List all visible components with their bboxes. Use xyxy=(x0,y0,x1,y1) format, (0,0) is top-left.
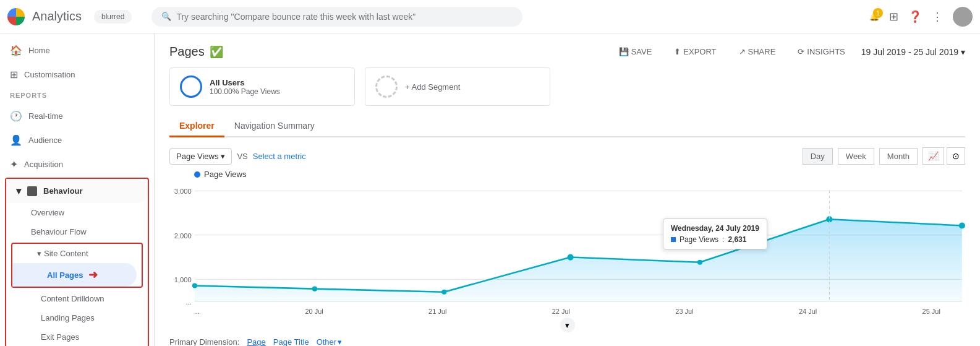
reports-section-label: REPORTS xyxy=(0,87,154,104)
sidebar-item-customisation[interactable]: ⊞ Customisation xyxy=(0,63,149,87)
search-icon: 🔍 xyxy=(161,12,171,21)
chart-legend: Page Views xyxy=(169,170,965,179)
chart-tooltip: Wednesday, 24 July 2019 Page Views: 2,63… xyxy=(663,218,767,249)
sidebar-item-audience[interactable]: 👤 Audience xyxy=(0,128,149,152)
chevron-down-icon: ▾ xyxy=(37,249,41,258)
x-axis-labels: ... 20 Jul 21 Jul 22 Jul 23 Jul 24 Jul 2… xyxy=(169,308,965,315)
insights-icon: ⟳ xyxy=(798,47,804,56)
customisation-icon: ⊞ xyxy=(10,69,18,80)
tab-explorer[interactable]: Explorer xyxy=(169,116,224,137)
all-pages-label: All Pages xyxy=(47,270,83,280)
svg-text:...: ... xyxy=(185,298,191,306)
header-actions: 💾 SAVE ⬆ EXPORT ↗ SHARE ⟳ INSIGHTS 19 Ju… xyxy=(613,43,965,60)
notification-icon[interactable]: 🔔 1 xyxy=(869,12,879,21)
export-button[interactable]: ⬆ EXPORT xyxy=(668,43,722,60)
dim-page-link[interactable]: Page xyxy=(247,337,265,346)
add-segment-card[interactable]: + Add Segment xyxy=(365,67,550,106)
sidebar-audience-label: Audience xyxy=(28,136,62,145)
data-point-3 xyxy=(568,254,574,260)
sidebar-sub-all-pages[interactable]: All Pages ➜ xyxy=(12,263,137,287)
tab-navigation-summary[interactable]: Navigation Summary xyxy=(224,116,325,137)
more-options-icon[interactable]: ⋮ xyxy=(932,10,943,24)
sidebar-item-realtime[interactable]: 🕐 Real-time xyxy=(0,104,149,128)
share-button[interactable]: ↗ SHARE xyxy=(733,43,782,60)
help-icon[interactable]: ❓ xyxy=(908,10,922,24)
audience-icon: 👤 xyxy=(10,134,22,146)
svg-text:3,000: 3,000 xyxy=(174,188,192,195)
legend-dot xyxy=(194,171,200,178)
apps-icon[interactable]: ⊞ xyxy=(889,10,898,24)
dimension-bar: Primary Dimension: Page Page Title Other… xyxy=(169,337,965,346)
sidebar-sub-content-drilldown[interactable]: Content Drilldown xyxy=(6,289,148,308)
date-range-picker[interactable]: 19 Jul 2019 - 25 Jul 2019 ▾ xyxy=(861,47,965,57)
metric-dropdown-button[interactable]: Page Views ▾ xyxy=(169,148,232,165)
sidebar-sub-overview[interactable]: Overview xyxy=(6,203,148,222)
sidebar-sub-site-content[interactable]: ▾ Site Content xyxy=(12,244,142,263)
behaviour-icon: ▾ xyxy=(16,185,21,197)
topbar: Analytics blurred 🔍 🔔 1 ⊞ ❓ ⋮ xyxy=(0,0,980,33)
time-button-month[interactable]: Month xyxy=(879,148,918,165)
select-metric-link[interactable]: Select a metric xyxy=(253,152,306,161)
legend-label: Page Views xyxy=(204,170,246,179)
other-chevron-icon: ▾ xyxy=(338,337,342,346)
x-label-1: 20 Jul xyxy=(305,308,323,315)
sidebar: 🏠 Home ⊞ Customisation REPORTS 🕐 Real-ti… xyxy=(0,33,155,346)
sidebar-item-behaviour[interactable]: ▾ Behaviour xyxy=(6,179,148,203)
date-dropdown-icon: ▾ xyxy=(961,47,965,57)
sidebar-home-label: Home xyxy=(28,46,50,55)
sidebar-sub-landing-pages[interactable]: Landing Pages xyxy=(6,308,148,327)
search-input[interactable] xyxy=(176,12,513,22)
main-content: Pages ✅ 💾 SAVE ⬆ EXPORT ↗ SHARE ⟳ xyxy=(155,33,980,346)
time-button-day[interactable]: Day xyxy=(803,148,833,165)
data-point-0 xyxy=(192,283,197,288)
app-title: Analytics xyxy=(32,9,82,24)
data-point-6 xyxy=(959,222,965,228)
time-button-week[interactable]: Week xyxy=(838,148,874,165)
landing-pages-label: Landing Pages xyxy=(41,313,95,322)
arrow-right-indicator: ➜ xyxy=(88,268,98,282)
insights-button[interactable]: ⟳ INSIGHTS xyxy=(791,43,851,60)
google-logo-icon xyxy=(7,8,25,25)
data-point-1 xyxy=(312,287,317,292)
sidebar-item-home[interactable]: 🏠 Home xyxy=(0,38,149,63)
sidebar-behaviour-label: Behaviour xyxy=(43,186,83,196)
tooltip-row: Page Views: 2,631 xyxy=(671,235,759,244)
layout: 🏠 Home ⊞ Customisation REPORTS 🕐 Real-ti… xyxy=(0,33,980,346)
motion-chart-button[interactable]: ⊙ xyxy=(947,147,965,165)
segment-name: All Users xyxy=(210,78,280,87)
x-label-6: 25 Jul xyxy=(922,308,940,315)
tooltip-value: 2,631 xyxy=(728,235,746,244)
sidebar-sub-behaviour-flow[interactable]: Behaviour Flow xyxy=(6,222,148,241)
tooltip-dot xyxy=(671,237,676,242)
topbar-actions: 🔔 1 ⊞ ❓ ⋮ xyxy=(869,7,973,27)
dim-other-dropdown[interactable]: Other ▾ xyxy=(317,337,343,346)
page-title: Pages xyxy=(169,45,205,59)
notification-badge: 1 xyxy=(873,8,883,18)
segment-card-all-users: All Users 100.00% Page Views xyxy=(169,67,355,106)
sidebar-sub-exit-pages[interactable]: Exit Pages xyxy=(6,327,148,346)
chart-type-buttons: 📈 ⊙ xyxy=(922,147,965,165)
behaviour-flow-label: Behaviour Flow xyxy=(31,227,87,236)
dim-page-title-link[interactable]: Page Title xyxy=(273,337,309,346)
sidebar-item-acquisition[interactable]: ✦ Acquisition xyxy=(0,152,149,176)
avatar[interactable] xyxy=(953,7,973,27)
primary-dimension-label: Primary Dimension: xyxy=(169,337,239,346)
add-segment-button[interactable]: + Add Segment xyxy=(405,82,460,92)
x-label-3: 22 Jul xyxy=(552,308,570,315)
exit-pages-label: Exit Pages xyxy=(41,332,79,342)
chart-expand-button[interactable]: ▾ xyxy=(560,318,575,332)
chart-area: Page Views 3,000 2,000 1,000 ... xyxy=(169,170,965,332)
line-chart-button[interactable]: 📈 xyxy=(922,147,944,165)
add-segment-circle xyxy=(375,76,398,98)
data-point-4 xyxy=(697,260,702,265)
acquisition-icon: ✦ xyxy=(10,158,18,170)
save-button[interactable]: 💾 SAVE xyxy=(613,43,658,60)
metric-chevron-icon: ▾ xyxy=(221,152,225,161)
sidebar-realtime-label: Real-time xyxy=(28,111,63,121)
metric-label: Page Views xyxy=(176,152,218,161)
svg-text:1,000: 1,000 xyxy=(174,276,192,283)
vs-text: VS xyxy=(237,152,247,161)
verified-icon: ✅ xyxy=(210,45,223,59)
search-bar[interactable]: 🔍 xyxy=(151,7,522,27)
add-segment-label: + Add Segment xyxy=(405,82,460,92)
